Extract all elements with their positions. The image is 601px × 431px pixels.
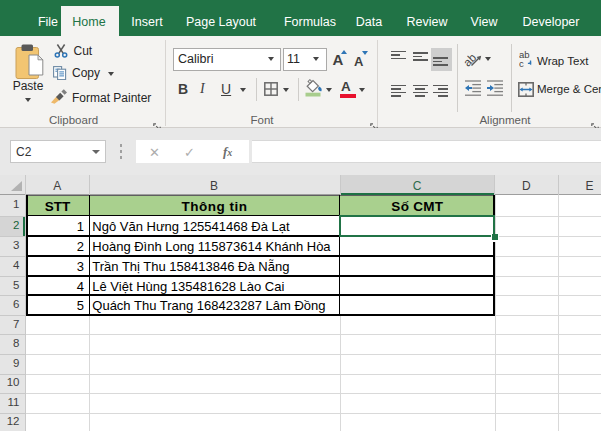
svg-text:c: c bbox=[519, 58, 524, 68]
svg-text:ab: ab bbox=[464, 51, 479, 68]
